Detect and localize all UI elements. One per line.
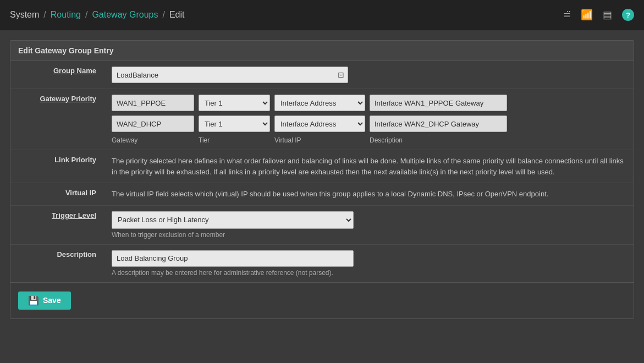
group-name-content: ⊡ — [104, 61, 634, 89]
group-name-input-wrapper: ⊡ — [112, 67, 348, 83]
group-name-row: Group Name ⊡ — [10, 61, 634, 89]
gateway-row-0: Tier 1 Tier 2 Tier 3 Tier 4 Tier 5 Never… — [112, 95, 626, 111]
vip-select-1[interactable]: Interface Address None — [274, 116, 365, 132]
gateway-row-1: Tier 1 Tier 2 Tier 3 Tier 4 Tier 5 Never… — [112, 116, 626, 132]
virtual-ip-content: The virtual IP field selects which (virt… — [104, 183, 634, 206]
trigger-level-label[interactable]: Trigger Level — [52, 211, 96, 219]
group-name-input[interactable] — [112, 67, 348, 83]
sep1: / — [43, 10, 46, 20]
save-row: 💾 Save — [10, 282, 634, 318]
gateway-priority-label[interactable]: Gateway Priority — [40, 95, 96, 103]
save-label: Save — [43, 296, 61, 305]
trigger-level-label-cell: Trigger Level — [10, 205, 104, 244]
trigger-level-row: Trigger Level Packet Loss or High Latenc… — [10, 205, 634, 244]
description-label-cell: Description — [10, 244, 104, 282]
system-link: System — [10, 10, 39, 20]
virtual-ip-text: The virtual IP field selects which (virt… — [112, 189, 626, 200]
clear-icon[interactable]: ⊡ — [338, 70, 344, 79]
link-priority-content: The priority selected here defines in wh… — [104, 150, 634, 183]
col-gateway-header: Gateway — [112, 136, 194, 144]
group-name-label-cell: Group Name — [10, 61, 104, 89]
gateway-priority-label-cell: Gateway Priority — [10, 89, 104, 150]
link-priority-label-cell: Link Priority — [10, 150, 104, 183]
navbar: System / Routing / Gateway Groups / Edit… — [0, 0, 644, 30]
desc-input-1[interactable] — [370, 116, 507, 132]
gateway-input-1[interactable] — [112, 116, 194, 132]
tier-select-0[interactable]: Tier 1 Tier 2 Tier 3 Tier 4 Tier 5 Never — [199, 95, 270, 111]
gateway-input-0[interactable] — [112, 95, 194, 111]
table-icon[interactable]: ▤ — [603, 9, 612, 21]
col-tier-header: Tier — [199, 136, 270, 144]
gateway-priority-content: Tier 1 Tier 2 Tier 3 Tier 4 Tier 5 Never… — [104, 89, 634, 150]
gateway-priority-row: Gateway Priority Tier 1 Tier 2 Tier 3 Ti… — [10, 89, 634, 150]
group-name-label[interactable]: Group Name — [53, 67, 96, 75]
sliders-icon[interactable]: ≡̈ — [563, 9, 571, 21]
sep3: / — [162, 10, 164, 20]
description-content: A description may be entered here for ad… — [104, 244, 634, 282]
description-input[interactable] — [112, 250, 354, 267]
virtual-ip-label: Virtual IP — [65, 189, 96, 197]
trigger-help-text: When to trigger exclusion of a member — [112, 231, 626, 239]
panel-title: Edit Gateway Group Entry — [10, 41, 634, 61]
description-label: Description — [57, 250, 96, 258]
desc-input-0[interactable] — [370, 95, 507, 111]
trigger-level-content: Packet Loss or High Latency Packet Loss … — [104, 205, 634, 244]
save-icon: 💾 — [28, 295, 39, 306]
description-help-text: A description may be entered here for ad… — [112, 269, 626, 277]
description-row: Description A description may be entered… — [10, 244, 634, 282]
edit-label: Edit — [169, 10, 185, 20]
trigger-level-select[interactable]: Packet Loss or High Latency Packet Loss … — [112, 211, 354, 229]
virtual-ip-label-cell: Virtual IP — [10, 183, 104, 206]
col-headers: Gateway Tier Virtual IP Description — [112, 136, 626, 144]
chart-icon[interactable]: 📶 — [581, 9, 593, 21]
breadcrumb: System / Routing / Gateway Groups / Edit — [10, 10, 185, 20]
navbar-icons: ≡̈ 📶 ▤ ? — [563, 9, 634, 21]
routing-link[interactable]: Routing — [51, 10, 81, 20]
col-vip-header: Virtual IP — [274, 136, 365, 144]
vip-select-0[interactable]: Interface Address None — [274, 95, 365, 111]
virtual-ip-row: Virtual IP The virtual IP field selects … — [10, 183, 634, 206]
main-content: Edit Gateway Group Entry Group Name ⊡ Ga… — [0, 30, 644, 329]
form-table: Group Name ⊡ Gateway Priority — [10, 61, 634, 282]
link-priority-label: Link Priority — [54, 156, 96, 164]
sep2: / — [85, 10, 87, 20]
gateway-groups-link[interactable]: Gateway Groups — [92, 10, 158, 20]
link-priority-text: The priority selected here defines in wh… — [112, 156, 626, 177]
help-icon[interactable]: ? — [622, 9, 634, 21]
link-priority-row: Link Priority The priority selected here… — [10, 150, 634, 183]
col-desc-header: Description — [370, 136, 507, 144]
tier-select-1[interactable]: Tier 1 Tier 2 Tier 3 Tier 4 Tier 5 Never — [199, 116, 270, 132]
edit-panel: Edit Gateway Group Entry Group Name ⊡ Ga… — [10, 40, 634, 319]
save-button[interactable]: 💾 Save — [18, 292, 71, 310]
